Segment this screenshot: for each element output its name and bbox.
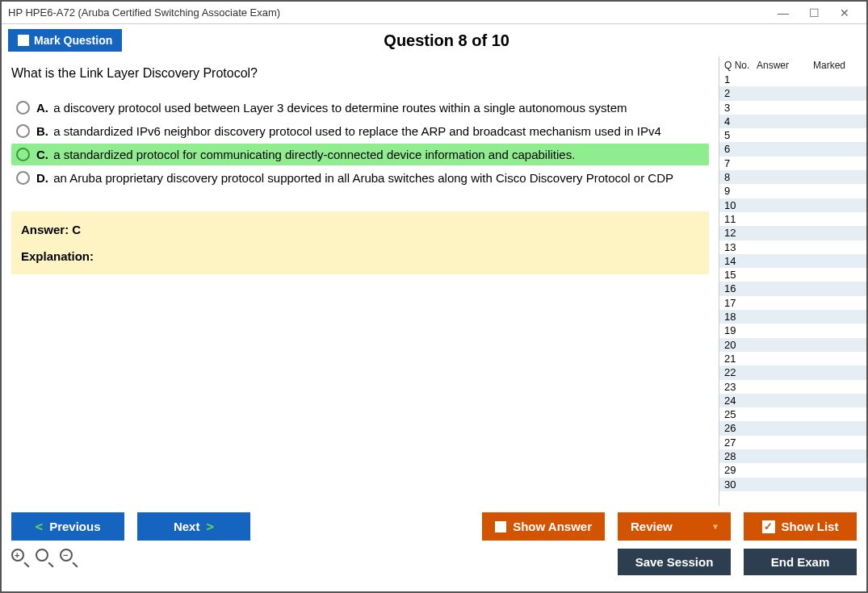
radio-icon	[16, 124, 30, 138]
choice-A[interactable]: A. a discovery protocol used between Lay…	[11, 97, 709, 119]
question-row[interactable]: 10	[719, 198, 866, 212]
question-row[interactable]: 27	[719, 436, 866, 449]
question-row[interactable]: 3	[719, 101, 866, 115]
next-label: Next	[174, 520, 200, 533]
app-window: HP HPE6-A72 (Aruba Certified Switching A…	[0, 0, 868, 593]
question-row[interactable]: 22	[719, 365, 866, 379]
row-number: 1	[724, 73, 757, 86]
question-row[interactable]: 12	[719, 226, 866, 240]
question-row[interactable]: 17	[719, 296, 866, 310]
col-qno: Q No.	[724, 60, 757, 71]
show-list-button[interactable]: ✓ Show List	[744, 512, 857, 541]
row-number: 17	[724, 296, 757, 310]
question-row[interactable]: 2	[719, 86, 866, 100]
question-rows[interactable]: 1234567891011121314151617181920212223242…	[719, 73, 866, 506]
question-row[interactable]: 8	[719, 170, 866, 184]
question-row[interactable]: 26	[719, 421, 866, 435]
question-panel: What is the Link Layer Discovery Protoco…	[2, 56, 719, 506]
window-title: HP HPE6-A72 (Aruba Certified Switching A…	[8, 6, 768, 19]
titlebar: HP HPE6-A72 (Aruba Certified Switching A…	[2, 2, 866, 24]
end-exam-button[interactable]: End Exam	[744, 549, 857, 575]
question-row[interactable]: 5	[719, 128, 866, 142]
zoom-reset-icon[interactable]	[36, 549, 53, 566]
close-button[interactable]: ✕	[829, 5, 860, 21]
question-row[interactable]: 6	[719, 142, 866, 156]
row-number: 21	[724, 352, 757, 365]
row-number: 9	[724, 184, 757, 198]
end-exam-label: End Exam	[771, 555, 830, 569]
choice-text: D. an Aruba proprietary discovery protoc…	[36, 171, 673, 185]
zoom-out-icon[interactable]: −	[60, 549, 78, 566]
question-row[interactable]: 4	[719, 115, 866, 128]
previous-label: Previous	[49, 520, 100, 533]
show-answer-label: Show Answer	[513, 520, 592, 533]
question-row[interactable]: 28	[719, 449, 866, 463]
row-number: 27	[724, 436, 757, 449]
col-marked: Marked	[813, 60, 862, 71]
row-number: 7	[724, 157, 757, 170]
question-row[interactable]: 23	[719, 380, 866, 394]
answer-explanation-box: Answer: C Explanation:	[11, 211, 709, 274]
question-row[interactable]: 18	[719, 310, 866, 324]
review-label: Review	[631, 520, 673, 533]
question-row[interactable]: 30	[719, 478, 866, 491]
button-row-1: < Previous Next > Show Answer Review ▼ ✓…	[11, 512, 857, 541]
question-row[interactable]: 7	[719, 157, 866, 170]
previous-button[interactable]: < Previous	[11, 512, 124, 541]
topbar: Mark Question Question 8 of 10	[2, 24, 866, 56]
row-number: 20	[724, 338, 757, 352]
zoom-controls: + −	[11, 549, 78, 575]
question-row[interactable]: 11	[719, 212, 866, 226]
row-number: 28	[724, 449, 757, 463]
review-button[interactable]: Review ▼	[618, 512, 731, 541]
choice-B[interactable]: B. a standardized IPv6 neighbor discover…	[11, 120, 709, 142]
question-row[interactable]: 16	[719, 282, 866, 295]
radio-icon	[16, 171, 30, 185]
question-row[interactable]: 14	[719, 254, 866, 268]
row-number: 15	[724, 268, 757, 282]
question-row[interactable]: 25	[719, 407, 866, 421]
row-number: 25	[724, 407, 757, 421]
row-number: 24	[724, 394, 757, 407]
show-answer-button[interactable]: Show Answer	[482, 512, 605, 541]
footer: < Previous Next > Show Answer Review ▼ ✓…	[2, 506, 866, 591]
save-session-button[interactable]: Save Session	[618, 549, 731, 575]
row-number: 18	[724, 310, 757, 324]
mark-question-button[interactable]: Mark Question	[8, 29, 122, 52]
maximize-button[interactable]: ☐	[799, 5, 829, 21]
col-answer: Answer	[757, 60, 813, 71]
question-list-panel: Q No. Answer Marked 12345678910111213141…	[719, 56, 866, 506]
mark-label: Mark Question	[34, 34, 112, 47]
chevron-left-icon: <	[35, 519, 43, 534]
radio-icon	[16, 101, 30, 115]
next-button[interactable]: Next >	[137, 512, 250, 541]
row-number: 6	[724, 142, 757, 156]
check-icon: ✓	[762, 520, 775, 533]
question-row[interactable]: 29	[719, 463, 866, 477]
choice-D[interactable]: D. an Aruba proprietary discovery protoc…	[11, 167, 709, 189]
triangle-down-icon: ▼	[713, 522, 718, 531]
row-number: 11	[724, 212, 757, 226]
minimize-button[interactable]: —	[768, 5, 799, 21]
zoom-in-icon[interactable]: +	[11, 549, 29, 566]
row-number: 30	[724, 478, 757, 491]
question-row[interactable]: 21	[719, 352, 866, 365]
row-number: 8	[724, 170, 757, 184]
list-header: Q No. Answer Marked	[719, 56, 866, 73]
choice-text: C. a standardized protocol for communica…	[36, 148, 575, 161]
question-row[interactable]: 19	[719, 324, 866, 337]
row-number: 26	[724, 421, 757, 435]
row-number: 5	[724, 128, 757, 142]
choice-text: B. a standardized IPv6 neighbor discover…	[36, 124, 661, 138]
show-list-label: Show List	[782, 520, 839, 533]
question-row[interactable]: 13	[719, 240, 866, 254]
question-row[interactable]: 15	[719, 268, 866, 282]
choice-C[interactable]: C. a standardized protocol for communica…	[11, 144, 709, 165]
question-row[interactable]: 1	[719, 73, 866, 86]
question-row[interactable]: 9	[719, 184, 866, 198]
question-row[interactable]: 20	[719, 338, 866, 352]
row-number: 14	[724, 254, 757, 268]
row-number: 10	[724, 198, 757, 212]
question-row[interactable]: 24	[719, 394, 866, 407]
chevron-right-icon: >	[206, 519, 214, 534]
